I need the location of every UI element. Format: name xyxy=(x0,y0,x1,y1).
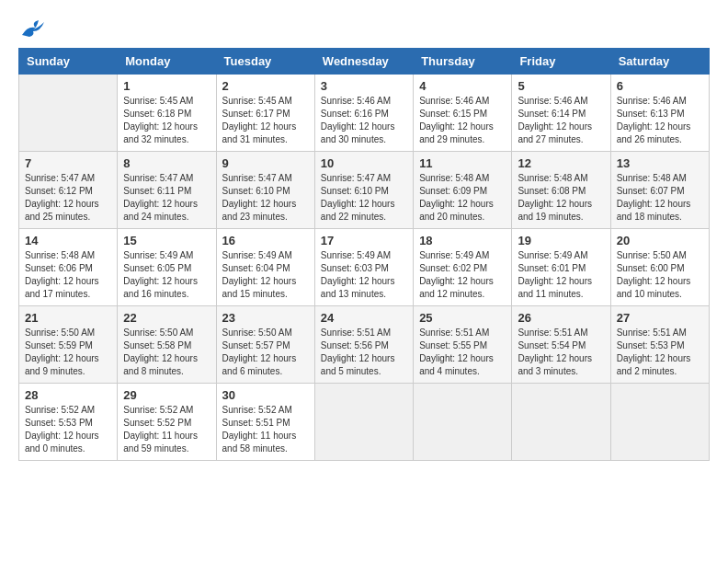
day-number: 4 xyxy=(419,79,506,93)
week-row-3: 21Sunrise: 5:50 AMSunset: 5:59 PMDayligh… xyxy=(19,306,710,384)
day-info: Sunrise: 5:48 AMSunset: 6:08 PMDaylight:… xyxy=(518,172,604,224)
logo xyxy=(18,18,46,39)
calendar-cell: 21Sunrise: 5:50 AMSunset: 5:59 PMDayligh… xyxy=(19,306,118,384)
day-info: Sunrise: 5:51 AMSunset: 5:54 PMDaylight:… xyxy=(518,327,604,378)
calendar-cell: 25Sunrise: 5:51 AMSunset: 5:55 PMDayligh… xyxy=(414,306,512,384)
calendar-cell: 28Sunrise: 5:52 AMSunset: 5:53 PMDayligh… xyxy=(19,384,118,461)
calendar-cell xyxy=(19,75,118,152)
calendar-cell xyxy=(314,384,413,461)
day-info: Sunrise: 5:49 AMSunset: 6:04 PMDaylight:… xyxy=(222,249,309,301)
calendar-cell: 15Sunrise: 5:49 AMSunset: 6:05 PMDayligh… xyxy=(118,229,216,306)
week-row-4: 28Sunrise: 5:52 AMSunset: 5:53 PMDayligh… xyxy=(19,384,710,461)
calendar-cell: 26Sunrise: 5:51 AMSunset: 5:54 PMDayligh… xyxy=(512,306,610,384)
day-info: Sunrise: 5:52 AMSunset: 5:51 PMDaylight:… xyxy=(222,404,309,455)
day-info: Sunrise: 5:46 AMSunset: 6:13 PMDaylight:… xyxy=(617,95,703,146)
day-number: 7 xyxy=(25,156,111,170)
day-number: 18 xyxy=(419,234,506,247)
day-info: Sunrise: 5:50 AMSunset: 5:59 PMDaylight:… xyxy=(25,327,111,378)
column-header-monday: Monday xyxy=(118,49,216,75)
calendar-cell: 22Sunrise: 5:50 AMSunset: 5:58 PMDayligh… xyxy=(118,306,216,384)
calendar-cell: 19Sunrise: 5:49 AMSunset: 6:01 PMDayligh… xyxy=(512,229,610,306)
day-number: 9 xyxy=(222,156,309,170)
calendar-cell: 24Sunrise: 5:51 AMSunset: 5:56 PMDayligh… xyxy=(314,306,413,384)
day-number: 6 xyxy=(617,79,703,93)
day-number: 2 xyxy=(222,79,309,93)
day-info: Sunrise: 5:45 AMSunset: 6:17 PMDaylight:… xyxy=(222,95,309,146)
column-header-saturday: Saturday xyxy=(610,49,709,75)
day-number: 29 xyxy=(123,388,210,402)
day-info: Sunrise: 5:50 AMSunset: 6:00 PMDaylight:… xyxy=(617,249,703,301)
day-info: Sunrise: 5:48 AMSunset: 6:07 PMDaylight:… xyxy=(617,172,703,224)
day-info: Sunrise: 5:51 AMSunset: 5:56 PMDaylight:… xyxy=(321,327,407,378)
calendar-cell: 9Sunrise: 5:47 AMSunset: 6:10 PMDaylight… xyxy=(216,152,314,229)
week-row-2: 14Sunrise: 5:48 AMSunset: 6:06 PMDayligh… xyxy=(19,229,710,306)
day-number: 25 xyxy=(419,311,506,325)
day-number: 21 xyxy=(25,311,111,325)
calendar-cell: 2Sunrise: 5:45 AMSunset: 6:17 PMDaylight… xyxy=(216,75,314,152)
week-row-1: 7Sunrise: 5:47 AMSunset: 6:12 PMDaylight… xyxy=(19,152,710,229)
day-number: 10 xyxy=(321,156,407,170)
day-number: 14 xyxy=(25,234,111,247)
calendar-cell: 17Sunrise: 5:49 AMSunset: 6:03 PMDayligh… xyxy=(314,229,413,306)
column-header-friday: Friday xyxy=(512,49,610,75)
day-info: Sunrise: 5:47 AMSunset: 6:11 PMDaylight:… xyxy=(123,172,210,224)
calendar-table: SundayMondayTuesdayWednesdayThursdayFrid… xyxy=(18,48,710,461)
day-info: Sunrise: 5:49 AMSunset: 6:03 PMDaylight:… xyxy=(321,249,407,301)
day-number: 26 xyxy=(518,311,604,325)
day-info: Sunrise: 5:51 AMSunset: 5:53 PMDaylight:… xyxy=(617,327,703,378)
day-number: 13 xyxy=(617,156,703,170)
day-number: 12 xyxy=(518,156,604,170)
day-number: 30 xyxy=(222,388,309,402)
calendar-cell: 13Sunrise: 5:48 AMSunset: 6:07 PMDayligh… xyxy=(610,152,709,229)
day-number: 1 xyxy=(123,79,210,93)
day-number: 28 xyxy=(25,388,111,402)
day-number: 24 xyxy=(321,311,407,325)
day-number: 23 xyxy=(222,311,309,325)
calendar-cell: 4Sunrise: 5:46 AMSunset: 6:15 PMDaylight… xyxy=(414,75,512,152)
calendar-cell: 23Sunrise: 5:50 AMSunset: 5:57 PMDayligh… xyxy=(216,306,314,384)
logo-bird-icon xyxy=(20,18,46,39)
day-info: Sunrise: 5:52 AMSunset: 5:53 PMDaylight:… xyxy=(25,404,111,455)
day-number: 5 xyxy=(518,79,604,93)
calendar-cell: 7Sunrise: 5:47 AMSunset: 6:12 PMDaylight… xyxy=(19,152,118,229)
day-info: Sunrise: 5:46 AMSunset: 6:16 PMDaylight:… xyxy=(321,95,407,146)
header-row: SundayMondayTuesdayWednesdayThursdayFrid… xyxy=(19,49,710,75)
calendar-cell: 18Sunrise: 5:49 AMSunset: 6:02 PMDayligh… xyxy=(414,229,512,306)
calendar-cell: 20Sunrise: 5:50 AMSunset: 6:00 PMDayligh… xyxy=(610,229,709,306)
calendar-cell: 14Sunrise: 5:48 AMSunset: 6:06 PMDayligh… xyxy=(19,229,118,306)
calendar-cell xyxy=(512,384,610,461)
day-info: Sunrise: 5:48 AMSunset: 6:06 PMDaylight:… xyxy=(25,249,111,301)
day-info: Sunrise: 5:50 AMSunset: 5:58 PMDaylight:… xyxy=(123,327,210,378)
day-number: 16 xyxy=(222,234,309,247)
day-info: Sunrise: 5:47 AMSunset: 6:10 PMDaylight:… xyxy=(222,172,309,224)
column-header-tuesday: Tuesday xyxy=(216,49,314,75)
day-info: Sunrise: 5:50 AMSunset: 5:57 PMDaylight:… xyxy=(222,327,309,378)
day-number: 8 xyxy=(123,156,210,170)
calendar-cell: 8Sunrise: 5:47 AMSunset: 6:11 PMDaylight… xyxy=(118,152,216,229)
day-number: 3 xyxy=(321,79,407,93)
calendar-cell: 1Sunrise: 5:45 AMSunset: 6:18 PMDaylight… xyxy=(118,75,216,152)
calendar-cell: 5Sunrise: 5:46 AMSunset: 6:14 PMDaylight… xyxy=(512,75,610,152)
day-info: Sunrise: 5:48 AMSunset: 6:09 PMDaylight:… xyxy=(419,172,506,224)
day-number: 17 xyxy=(321,234,407,247)
calendar-cell: 3Sunrise: 5:46 AMSunset: 6:16 PMDaylight… xyxy=(314,75,413,152)
day-info: Sunrise: 5:49 AMSunset: 6:01 PMDaylight:… xyxy=(518,249,604,301)
calendar-cell: 27Sunrise: 5:51 AMSunset: 5:53 PMDayligh… xyxy=(610,306,709,384)
day-number: 27 xyxy=(617,311,703,325)
day-info: Sunrise: 5:51 AMSunset: 5:55 PMDaylight:… xyxy=(419,327,506,378)
day-number: 15 xyxy=(123,234,210,247)
calendar-cell xyxy=(414,384,512,461)
day-info: Sunrise: 5:49 AMSunset: 6:02 PMDaylight:… xyxy=(419,249,506,301)
column-header-sunday: Sunday xyxy=(19,49,118,75)
day-info: Sunrise: 5:49 AMSunset: 6:05 PMDaylight:… xyxy=(123,249,210,301)
calendar-cell: 12Sunrise: 5:48 AMSunset: 6:08 PMDayligh… xyxy=(512,152,610,229)
day-info: Sunrise: 5:47 AMSunset: 6:12 PMDaylight:… xyxy=(25,172,111,224)
page-header xyxy=(18,18,710,39)
day-number: 19 xyxy=(518,234,604,247)
calendar-cell: 30Sunrise: 5:52 AMSunset: 5:51 PMDayligh… xyxy=(216,384,314,461)
calendar-cell: 11Sunrise: 5:48 AMSunset: 6:09 PMDayligh… xyxy=(414,152,512,229)
day-info: Sunrise: 5:46 AMSunset: 6:15 PMDaylight:… xyxy=(419,95,506,146)
calendar-cell: 29Sunrise: 5:52 AMSunset: 5:52 PMDayligh… xyxy=(118,384,216,461)
day-number: 11 xyxy=(419,156,506,170)
day-info: Sunrise: 5:47 AMSunset: 6:10 PMDaylight:… xyxy=(321,172,407,224)
